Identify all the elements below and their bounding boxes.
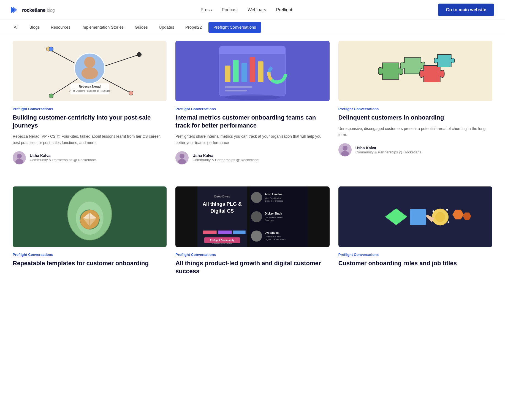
svg-point-13 bbox=[82, 67, 98, 79]
svg-point-18 bbox=[17, 154, 22, 159]
article3-author-avatar bbox=[338, 143, 352, 156]
svg-point-33 bbox=[225, 94, 280, 100]
cat-implementation[interactable]: Implementation Stories bbox=[76, 20, 129, 35]
cat-preflight-conversations[interactable]: Preflight Conversations bbox=[208, 22, 261, 33]
article1-author-avatar bbox=[13, 151, 26, 164]
svg-text:Cast.app: Cast.app bbox=[265, 219, 274, 221]
article-card-6[interactable]: Preflight Conversations Customer onboard… bbox=[334, 186, 497, 290]
nav-webinars[interactable]: Webinars bbox=[248, 7, 266, 12]
article-card-1[interactable]: Rebecca Nerad VP of Customer Success at … bbox=[8, 41, 171, 175]
svg-rect-31 bbox=[225, 86, 252, 88]
svg-text:Dickey Singh: Dickey Singh bbox=[265, 212, 282, 215]
svg-point-35 bbox=[180, 154, 184, 159]
article2-author: Usha Kalva Community & Partnerships @ Ro… bbox=[175, 151, 329, 164]
svg-point-7 bbox=[137, 52, 142, 57]
svg-text:Powered by rocketlane: Powered by rocketlane bbox=[212, 243, 232, 245]
svg-rect-32 bbox=[225, 90, 247, 91]
card6-thumb-illustration bbox=[338, 186, 492, 247]
nav-press[interactable]: Press bbox=[200, 7, 212, 12]
card4-thumb-illustration bbox=[13, 186, 167, 247]
article3-author-name: Usha Kalva bbox=[355, 146, 422, 150]
nav-preflight[interactable]: Preflight bbox=[276, 7, 292, 12]
card2-thumb-illustration bbox=[175, 41, 329, 101]
svg-rect-23 bbox=[225, 66, 230, 82]
svg-text:Aron Lanclos: Aron Lanclos bbox=[265, 193, 283, 196]
svg-text:Preflight Community: Preflight Community bbox=[210, 239, 235, 242]
svg-point-58 bbox=[251, 192, 262, 203]
article2-excerpt: Preflighters share internal metrics you … bbox=[175, 133, 329, 146]
article-card-4[interactable]: Preflight Conversations Repeatable templ… bbox=[8, 186, 171, 290]
article1-category: Preflight Conversations bbox=[13, 107, 167, 111]
svg-text:Director-CX and: Director-CX and bbox=[265, 235, 281, 238]
article1-excerpt: Rebecca Nerad, VP - CS @ FourKites, talk… bbox=[13, 133, 167, 146]
cat-blogs[interactable]: Blogs bbox=[24, 20, 45, 35]
article-card-2[interactable]: Preflight Conversations Internal metrics… bbox=[171, 41, 334, 175]
article3-author: Usha Kalva Community & Partnerships @ Ro… bbox=[338, 143, 492, 156]
cat-guides[interactable]: Guides bbox=[129, 20, 153, 35]
svg-rect-48 bbox=[203, 231, 217, 234]
articles-grid-row2: Preflight Conversations Repeatable templ… bbox=[0, 186, 505, 301]
category-nav: All Blogs Resources Implementation Stori… bbox=[0, 20, 505, 35]
article6-category: Preflight Conversations bbox=[338, 253, 492, 257]
logo[interactable]: rocketlaneblog bbox=[11, 6, 55, 13]
logo-icon bbox=[11, 7, 19, 13]
svg-marker-75 bbox=[463, 213, 471, 220]
article1-author-name: Usha Kalva bbox=[30, 153, 96, 158]
svg-point-36 bbox=[178, 159, 186, 164]
svg-marker-1 bbox=[13, 7, 17, 13]
article2-category: Preflight Conversations bbox=[175, 107, 329, 111]
cat-resources[interactable]: Resources bbox=[45, 20, 76, 35]
svg-rect-26 bbox=[250, 57, 255, 82]
svg-point-73 bbox=[435, 212, 445, 222]
article-card-3[interactable]: Preflight Conversations Delinquent custo… bbox=[334, 41, 497, 175]
article4-category: Preflight Conversations bbox=[13, 253, 167, 257]
article3-author-role: Community & Partnerships @ Rocketlane bbox=[355, 150, 422, 154]
article1-author-role: Community & Partnerships @ Rocketlane bbox=[30, 158, 96, 162]
svg-point-78 bbox=[447, 221, 449, 223]
svg-point-12 bbox=[84, 57, 95, 68]
svg-point-66 bbox=[251, 231, 262, 242]
card3-thumb-illustration bbox=[338, 41, 492, 101]
article3-title: Delinquent customers in onboarding bbox=[338, 114, 492, 122]
svg-rect-22 bbox=[219, 51, 286, 54]
svg-point-8 bbox=[49, 94, 53, 98]
header: rocketlaneblog Press Podcast Webinars Pr… bbox=[0, 0, 505, 20]
svg-rect-71 bbox=[410, 209, 426, 225]
svg-marker-74 bbox=[452, 210, 463, 219]
article5-title: All things product-led growth and digita… bbox=[175, 259, 329, 275]
svg-text:Vice President of: Vice President of bbox=[265, 197, 282, 199]
article2-author-avatar bbox=[175, 151, 189, 164]
cat-all[interactable]: All bbox=[8, 20, 24, 35]
cat-propel22[interactable]: Propel22 bbox=[180, 20, 207, 35]
svg-point-19 bbox=[15, 159, 23, 164]
svg-rect-50 bbox=[233, 231, 246, 234]
article-card-5[interactable]: Preflight Community Powered by rocketlan… bbox=[171, 186, 334, 290]
svg-text:Digital Transformation: Digital Transformation bbox=[265, 238, 286, 241]
svg-point-62 bbox=[251, 211, 262, 222]
svg-text:Digital CS: Digital CS bbox=[210, 208, 234, 214]
cat-updates[interactable]: Updates bbox=[153, 20, 180, 35]
article1-author-details: Usha Kalva Community & Partnerships @ Ro… bbox=[30, 153, 96, 162]
svg-rect-27 bbox=[258, 61, 264, 82]
svg-rect-25 bbox=[241, 63, 247, 82]
svg-text:All things PLG &: All things PLG & bbox=[203, 201, 242, 207]
svg-point-9 bbox=[129, 91, 133, 95]
article3-author-details: Usha Kalva Community & Partnerships @ Ro… bbox=[355, 146, 422, 154]
article3-excerpt: Unresponsive, disengaged customers prese… bbox=[338, 126, 492, 138]
nav-podcast[interactable]: Podcast bbox=[222, 7, 238, 12]
logo-text: rocketlaneblog bbox=[21, 6, 55, 13]
card1-thumb-illustration: Rebecca Nerad VP of Customer Success at … bbox=[13, 41, 167, 101]
svg-text:Customer Success: Customer Success bbox=[265, 200, 283, 202]
article6-title: Customer onboarding roles and job titles bbox=[338, 259, 492, 267]
svg-point-77 bbox=[446, 209, 448, 211]
article1-title: Building customer-centricity into your p… bbox=[13, 114, 167, 129]
svg-marker-70 bbox=[385, 208, 407, 225]
article2-author-details: Usha Kalva Community & Partnerships @ Ro… bbox=[192, 153, 259, 162]
svg-text:CEO and Founder: CEO and Founder bbox=[265, 216, 283, 219]
svg-text:VP of Customer Success at Four: VP of Customer Success at FourKites bbox=[69, 90, 110, 92]
article3-category: Preflight Conversations bbox=[338, 107, 492, 111]
svg-rect-24 bbox=[233, 60, 239, 82]
svg-point-39 bbox=[341, 151, 349, 156]
article5-category: Preflight Conversations bbox=[175, 253, 329, 257]
main-website-button[interactable]: Go to main website bbox=[438, 4, 494, 16]
